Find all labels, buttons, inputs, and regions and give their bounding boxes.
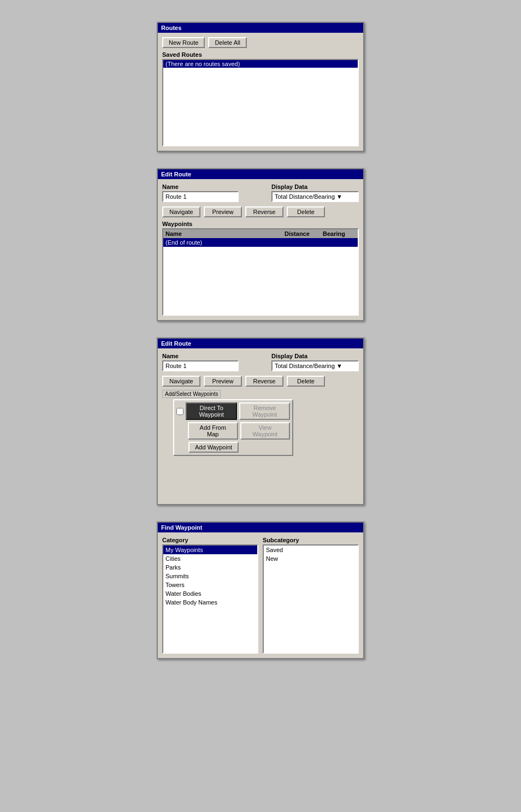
route-name-input-2[interactable]	[162, 360, 239, 371]
navigate-button[interactable]: Navigate	[162, 206, 200, 217]
subcategory-label: Subcategory	[263, 537, 359, 543]
category-item[interactable]: Cities	[163, 554, 257, 563]
end-of-route-row: (End of route)	[163, 238, 358, 247]
category-item[interactable]: My Waypoints	[163, 546, 257, 554]
navigate-button-2[interactable]: Navigate	[162, 376, 200, 387]
edit-route-titlebar: Edit Route	[158, 169, 363, 179]
waypoints-table-header: Name Distance Bearing	[163, 229, 358, 238]
category-list: My WaypointsCitiesParksSummitsTowersWate…	[162, 544, 258, 654]
subcategory-item[interactable]: New	[264, 554, 358, 563]
name-label: Name	[162, 183, 239, 190]
name-label-2: Name	[162, 353, 239, 359]
reverse-button-2[interactable]: Reverse	[245, 376, 283, 387]
delete-all-button[interactable]: Delete All	[208, 37, 246, 48]
waypoints-list: Name Distance Bearing (End of route)	[162, 228, 359, 316]
remove-waypoint-button: Remove Waypoint	[239, 402, 290, 420]
category-label: Category	[162, 537, 258, 543]
edit-route-title: Edit Route	[161, 171, 191, 177]
display-data-label: Display Data	[271, 183, 359, 190]
category-item[interactable]: Summits	[163, 572, 257, 580]
preview-button-2[interactable]: Preview	[204, 376, 242, 387]
saved-routes-label: Saved Routes	[162, 51, 359, 58]
delete-button[interactable]: Delete	[287, 206, 325, 217]
find-waypoint-titlebar: Find Waypoint	[158, 523, 363, 532]
routes-panel: Routes New Route Delete All Saved Routes…	[157, 22, 364, 152]
add-waypoints-label: Add/Select Waypoints	[162, 390, 221, 398]
find-waypoint-panel: Find Waypoint Category My WaypointsCitie…	[157, 521, 364, 659]
routes-titlebar: Routes	[158, 23, 363, 33]
col-distance-header: Distance	[285, 230, 323, 237]
direct-to-waypoint-button[interactable]: Direct To Waypoint	[186, 402, 237, 420]
preview-button[interactable]: Preview	[204, 206, 242, 217]
new-route-button[interactable]: New Route	[162, 37, 205, 48]
edit-route-2-titlebar: Edit Route	[158, 339, 363, 348]
category-item[interactable]: Towers	[163, 580, 257, 589]
routes-title: Routes	[161, 25, 181, 31]
display-data-select[interactable]: Total Distance/Bearing ▼	[271, 191, 359, 202]
edit-route-panel-2: Edit Route Name Display Data Total Dista…	[157, 337, 364, 505]
waypoints-label: Waypoints	[162, 221, 359, 227]
subcategory-item[interactable]: Saved	[264, 546, 358, 554]
find-waypoint-title: Find Waypoint	[161, 524, 202, 531]
edit-route-2-title: Edit Route	[161, 340, 191, 347]
category-item[interactable]: Water Body Names	[163, 598, 257, 607]
add-waypoints-popup: Direct To Waypoint Remove Waypoint Add F…	[173, 399, 293, 456]
display-data-label-2: Display Data	[271, 353, 359, 359]
category-item[interactable]: Parks	[163, 563, 257, 572]
view-waypoint-button: View Waypoint	[240, 422, 290, 440]
subcategory-list: SavedNew	[263, 544, 359, 654]
direct-to-checkbox[interactable]	[176, 408, 183, 415]
no-routes-message: (There are no routes saved)	[163, 60, 358, 68]
add-waypoint-button[interactable]: Add Waypoint	[188, 442, 239, 453]
col-bearing-header: Bearing	[323, 230, 356, 237]
col-name-header: Name	[165, 230, 285, 237]
reverse-button[interactable]: Reverse	[245, 206, 283, 217]
add-from-map-button[interactable]: Add From Map	[188, 422, 238, 440]
delete-button-2[interactable]: Delete	[287, 376, 325, 387]
category-item[interactable]: Water Bodies	[163, 589, 257, 598]
saved-routes-list: (There are no routes saved)	[162, 59, 359, 146]
route-name-input[interactable]	[162, 191, 239, 202]
edit-route-panel: Edit Route Name Display Data Total Dista…	[157, 168, 364, 321]
display-data-select-2[interactable]: Total Distance/Bearing ▼	[271, 360, 359, 371]
